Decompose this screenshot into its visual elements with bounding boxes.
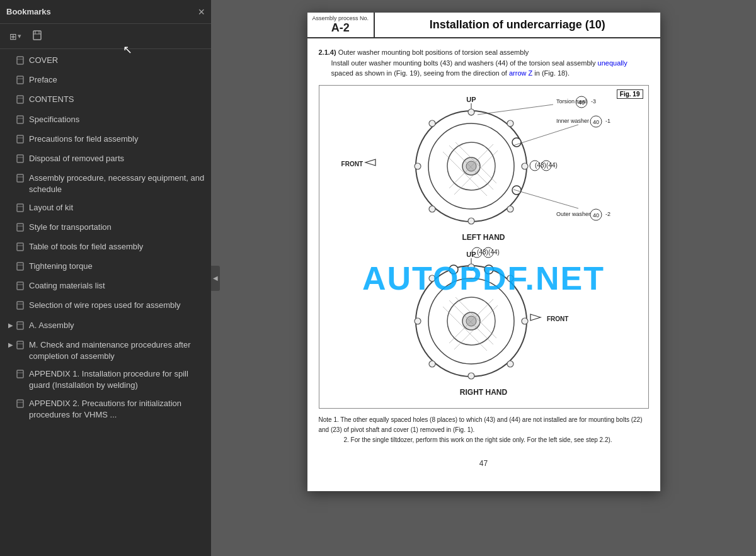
svg-point-91 [468,373,474,379]
svg-text:Outer washer: Outer washer [556,211,590,217]
bookmark-list: COVERPrefaceCONTENTSSpecificationsPrecau… [0,49,211,556]
document-page: Assembly process No. A-2 Installation of… [307,13,660,491]
bookmark-label: Layout of kit [29,202,206,213]
bookmark-item-precautions[interactable]: Precautions for field assembly [0,130,211,150]
doc-header-left: Assembly process No. A-2 [307,13,375,37]
svg-point-45 [507,120,513,127]
bookmark-page-icon [16,95,25,107]
bookmark-item-transportation[interactable]: Style for transportation [0,218,211,238]
bookmark-item-a-assembly[interactable]: ▶A. Assembly [0,317,211,336]
right-hand-diagram: UP FRONT [326,247,642,397]
bookmark-item-specifications[interactable]: Specifications [0,111,211,130]
svg-text:FRONT: FRONT [547,315,568,322]
bookmark-page-icon [16,203,25,215]
svg-text:40: 40 [592,212,598,218]
section-number: 2.1.4) [319,48,336,56]
bookmark-page-icon [16,135,25,147]
svg-point-48 [468,218,474,224]
bookmark-item-disposal[interactable]: Disposal of removed parts [0,150,211,169]
svg-point-92 [429,361,435,367]
svg-text:-3: -3 [591,98,596,105]
svg-point-93 [415,318,421,324]
svg-rect-9 [17,135,23,143]
intro-text1: Outer washer mounting bolt positions of … [336,48,529,56]
bookmark-page-icon [16,399,25,411]
bookmark-page-icon [16,174,25,186]
expand-arrow-icon: ▶ [6,341,15,349]
bookmark-item-m-check[interactable]: ▶M. Check and maintenance procedures aft… [0,336,211,365]
svg-point-46 [522,163,528,169]
bookmark-item-appendix2[interactable]: APPENDIX 2. Precautions for initializati… [0,395,211,424]
bookmark-page-icon [16,223,25,235]
bookmark-item-coating[interactable]: Coating materials list [0,277,211,297]
svg-line-73 [449,145,493,190]
svg-point-51 [429,120,435,127]
svg-line-74 [455,142,496,183]
bookmark-item-preface[interactable]: Preface [0,71,211,91]
bookmark-label: M. Check and maintenance procedures afte… [29,339,206,362]
svg-text:(43): (43) [535,162,546,169]
svg-point-96 [449,265,458,274]
bookmark-page-icon [16,341,25,353]
svg-text:UP: UP [466,96,476,103]
svg-rect-5 [17,96,23,103]
bookmark-label: Style for transportation [29,222,206,233]
bookmark-item-contents[interactable]: CONTENTS [0,91,211,110]
svg-rect-0 [33,31,41,40]
bookmark-label: COVER [29,55,206,66]
intro-text3-blue: arrow Z [509,69,532,77]
left-hand-svg: UP FRONT [333,92,635,230]
svg-point-94 [429,275,435,281]
close-button[interactable]: × [198,6,205,18]
bookmark-page-icon [16,281,25,293]
expand-icon: ⊞ [9,31,17,42]
svg-rect-33 [17,400,23,407]
bookmark-item-assembly-procedure[interactable]: Assembly procedure, necessary equipment,… [0,169,211,198]
svg-point-44 [468,109,474,115]
bookmark-page-icon [16,242,25,254]
bookmark-item-tightening[interactable]: Tightening torque [0,258,211,277]
right-hand-title: RIGHT HAND [326,388,642,397]
bookmark-item-layout[interactable]: Layout of kit [0,199,211,218]
bookmark-item-cover[interactable]: COVER [0,52,211,71]
svg-line-68 [513,190,578,208]
bookmark-label: Tightening torque [29,261,206,272]
bookmark-item-wire-ropes[interactable]: Selection of wire ropes used for assembl… [0,297,211,316]
bookmark-toolbar-button[interactable] [28,28,46,45]
bookmark-page-icon [16,115,25,127]
svg-point-49 [429,206,435,212]
svg-point-89 [522,318,528,324]
svg-text:-1: -1 [605,118,610,124]
svg-point-95 [484,265,493,274]
left-hand-title: LEFT HAND [326,233,642,242]
sidebar-collapse-button[interactable]: ◀ [211,266,220,291]
bookmark-page-icon [16,76,25,88]
bookmark-item-appendix1[interactable]: APPENDIX 1. Installation procedure for s… [0,365,211,394]
expand-arrow-icon: ▶ [6,321,15,330]
svg-rect-7 [17,116,23,123]
doc-intro-text: 2.1.4) Outer washer mounting bolt positi… [319,47,649,79]
process-id: A-2 [331,21,350,35]
main-content: AUTOPDF.NET Assembly process No. A-2 Ins… [211,0,756,556]
svg-point-87 [468,264,474,270]
bookmark-label: Coating materials list [29,280,206,292]
doc-title: Installation of undercarriage (10) [375,13,660,37]
svg-line-104 [449,299,493,343]
sidebar: Bookmarks × ⊞ ▾ ↖ COVERPrefaceCONTENTSSp… [0,0,211,556]
svg-text:Inner washer: Inner washer [556,118,589,124]
svg-text:(44): (44) [546,162,558,169]
doc-notes: Note 1. The other equally spaced holes (… [319,415,649,445]
bookmark-item-tools-table[interactable]: Table of tools for field assembly [0,238,211,258]
svg-line-63 [513,125,578,145]
sidebar-title: Bookmarks [6,7,51,16]
svg-marker-38 [365,159,375,166]
svg-line-76 [449,144,493,188]
page-number: 47 [307,454,660,470]
svg-text:40: 40 [592,119,598,125]
svg-line-58 [478,105,553,115]
svg-rect-1 [17,57,23,64]
svg-text:(44): (44) [488,249,500,256]
expand-toolbar-button[interactable]: ⊞ ▾ [5,29,26,44]
left-hand-diagram: UP FRONT [326,92,642,242]
svg-rect-23 [17,282,23,290]
